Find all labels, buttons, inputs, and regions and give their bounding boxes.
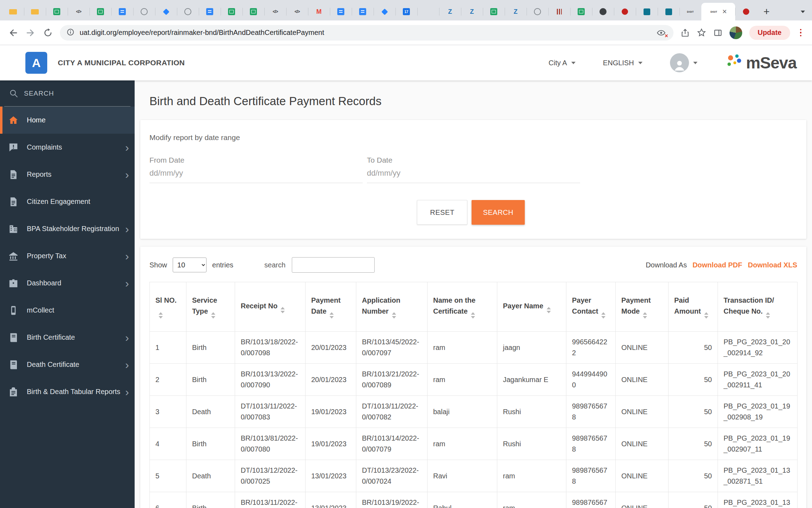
side-panel-button[interactable] [713, 28, 722, 37]
back-button[interactable] [8, 28, 18, 38]
page-size-select[interactable]: 10 [173, 258, 207, 272]
chevron-down-icon [693, 62, 697, 64]
user-avatar-button[interactable] [670, 53, 697, 72]
browser-tab[interactable] [90, 3, 111, 20]
column-header[interactable]: Name on the Certificate [427, 282, 497, 332]
column-header[interactable]: Transaction ID/ Cheque No. [718, 282, 798, 332]
browser-tab[interactable] [330, 3, 352, 20]
browser-tab[interactable] [570, 3, 592, 20]
column-header[interactable]: Paid Amount [669, 282, 718, 332]
column-header[interactable]: Payer Contact [566, 282, 616, 332]
language-selector[interactable]: ENGLISH [603, 59, 642, 67]
column-header[interactable]: Application Number [356, 282, 427, 332]
browser-tab[interactable] [592, 3, 614, 20]
reset-button[interactable]: RESET [417, 200, 467, 225]
browser-tab[interactable]: </> [264, 3, 286, 20]
browser-tab[interactable] [417, 3, 439, 20]
column-header[interactable]: Service Type [186, 282, 235, 332]
new-tab-button[interactable]: + [757, 3, 776, 20]
table-search-input[interactable] [292, 257, 375, 273]
browser-tab[interactable]: 17 [395, 3, 417, 20]
sidebar-item-mcollect[interactable]: mCollect [0, 297, 135, 324]
browser-tab[interactable]: M [308, 3, 330, 20]
search-button[interactable]: SEARCH [472, 200, 524, 225]
sort-icon[interactable] [766, 312, 770, 319]
browser-tab[interactable] [24, 3, 46, 20]
sort-icon[interactable] [211, 312, 215, 319]
sidebar-item-home[interactable]: Home [0, 107, 135, 134]
forward-button[interactable] [25, 28, 36, 38]
browser-tab[interactable] [221, 3, 242, 20]
browser-tab[interactable] [111, 3, 133, 20]
update-button[interactable]: Update [749, 26, 790, 40]
sidebar-search-input[interactable] [24, 90, 102, 97]
browser-tab[interactable]: </> [286, 3, 308, 20]
sort-icon[interactable] [159, 312, 163, 319]
browser-tab[interactable] [242, 3, 264, 20]
sidebar-item-property-tax[interactable]: Property Tax› [0, 242, 135, 270]
city-selector[interactable]: City A [549, 59, 576, 67]
bookmark-star-icon[interactable] [697, 28, 706, 37]
blocked-cookies-icon[interactable]: × [657, 28, 667, 37]
browser-tab[interactable]: Z [461, 3, 483, 20]
browser-tab[interactable]: DIGIT× [701, 3, 735, 20]
sort-icon[interactable] [547, 307, 551, 313]
browser-tab[interactable] [199, 3, 221, 20]
browser-tab[interactable] [735, 3, 757, 20]
browser-tab[interactable] [2, 3, 24, 20]
browser-tab[interactable] [548, 3, 570, 20]
sort-icon[interactable] [392, 312, 396, 319]
profile-avatar[interactable] [730, 26, 742, 39]
browser-tab[interactable] [46, 3, 68, 20]
column-header[interactable]: Sl NO. [150, 282, 186, 332]
sort-icon[interactable] [601, 312, 605, 319]
column-header[interactable]: Receipt No [235, 282, 306, 332]
sidebar-item-reports[interactable]: Reports› [0, 161, 135, 188]
reload-button[interactable] [43, 28, 53, 38]
sort-icon[interactable] [643, 312, 647, 319]
browser-tab[interactable] [636, 3, 658, 20]
url-text[interactable]: uat.digit.org/employee/report/rainmaker-… [80, 29, 652, 37]
from-date-input[interactable] [149, 166, 363, 183]
sidebar-item-complaints[interactable]: Complaints› [0, 134, 135, 161]
to-date-input[interactable] [367, 166, 580, 183]
browser-tab[interactable] [658, 3, 679, 20]
globe-favicon-icon [534, 8, 541, 15]
browser-tab[interactable] [614, 3, 636, 20]
sort-icon[interactable] [704, 312, 708, 319]
tab-search-button[interactable] [793, 3, 808, 20]
site-info-icon[interactable] [66, 28, 75, 38]
share-button[interactable] [681, 28, 690, 37]
tab-close-icon[interactable]: × [722, 8, 727, 16]
browser-tab[interactable] [374, 3, 395, 20]
column-header[interactable]: Payment Mode [616, 282, 669, 332]
browser-tab[interactable]: Z [439, 3, 461, 20]
sort-icon[interactable] [281, 307, 285, 313]
address-bar[interactable]: uat.digit.org/employee/report/rainmaker-… [60, 25, 673, 41]
download-xls-link[interactable]: Download XLS [748, 261, 797, 269]
column-header[interactable]: Payer Name [497, 282, 566, 332]
browser-menu-icon[interactable] [797, 28, 805, 38]
browser-tab[interactable] [483, 3, 505, 20]
browser-tab[interactable] [155, 3, 177, 20]
sidebar-item-birth-certificate[interactable]: Birth Certificate› [0, 324, 135, 351]
sidebar-item-death-certificate[interactable]: Death Certificate› [0, 351, 135, 378]
browser-tab[interactable] [352, 3, 374, 20]
download-pdf-link[interactable]: Download PDF [693, 261, 742, 269]
sidebar-item-bpa-stakeholder-registration[interactable]: BPA Stakeholder Registration› [0, 215, 135, 242]
browser-tab[interactable]: Z [505, 3, 527, 20]
browser-tab[interactable] [527, 3, 548, 20]
sidebar-item-citizen-engagement[interactable]: Citizen Engagement [0, 188, 135, 215]
table-cell: BR/1013/13/2022-0/007090 [235, 364, 306, 396]
browser-tab[interactable] [133, 3, 155, 20]
sidebar-search[interactable] [4, 80, 130, 107]
table-cell: Ravi [427, 460, 497, 492]
sidebar-item-birth-death-tabular-reports[interactable]: Birth & Death Tabular Reports› [0, 378, 135, 405]
browser-tab[interactable] [177, 3, 199, 20]
browser-tab[interactable]: DIGIT [679, 3, 701, 20]
browser-tab[interactable]: </> [68, 3, 90, 20]
sidebar-item-dashboard[interactable]: Dashboard› [0, 270, 135, 297]
sort-icon[interactable] [471, 312, 475, 319]
sort-icon[interactable] [330, 312, 334, 319]
column-header[interactable]: Payment Date [306, 282, 356, 332]
